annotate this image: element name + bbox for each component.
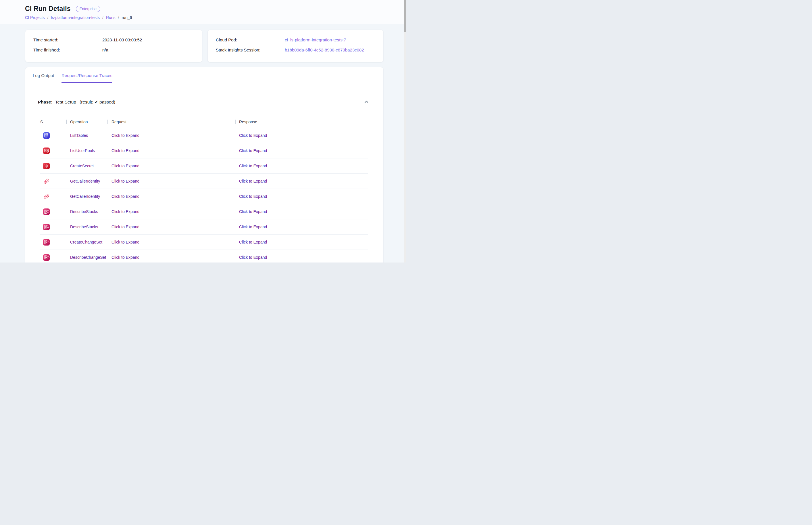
run-links-card: Cloud Pod: ci_ls-platform-integration-te… <box>207 30 384 62</box>
request-expand-link[interactable]: Click to Expand <box>111 209 139 214</box>
request-expand-link[interactable]: Click to Expand <box>111 148 139 153</box>
response-expand-link[interactable]: Click to Expand <box>239 133 267 138</box>
operation-link[interactable]: GetCallerIdentity <box>70 179 100 183</box>
operation-link[interactable]: ListTables <box>70 133 88 138</box>
page-header: CI Run Details Enterprise CI Projects / … <box>0 0 404 24</box>
service-cell <box>40 132 66 139</box>
request-expand-link[interactable]: Click to Expand <box>111 194 139 199</box>
breadcrumb-separator: / <box>118 15 119 20</box>
enterprise-badge: Enterprise <box>76 6 100 12</box>
breadcrumb-separator: / <box>47 15 48 20</box>
request-expand-link[interactable]: Click to Expand <box>111 255 139 260</box>
breadcrumb-runs[interactable]: Runs <box>106 15 115 20</box>
response-expand-link[interactable]: Click to Expand <box>239 164 267 168</box>
cloud-pod-link[interactable]: ci_ls-platform-integration-tests:7 <box>285 36 346 43</box>
breadcrumb: CI Projects / ls-platform-integration-te… <box>25 15 404 20</box>
operation-link[interactable]: CreateChangeSet <box>70 240 102 244</box>
response-expand-link[interactable]: Click to Expand <box>239 194 267 199</box>
response-expand-link[interactable]: Click to Expand <box>239 179 267 183</box>
table-row: GetCallerIdentity Click to Expand Click … <box>40 189 368 204</box>
dynamodb-icon <box>43 132 50 139</box>
time-started-row: Time started: 2023-11-03 03:03:52 <box>33 36 202 43</box>
traces-card: Log Output Request/Response Traces Phase… <box>25 67 384 262</box>
operation-link[interactable]: ListUserPools <box>70 148 95 153</box>
cloudformation-icon <box>43 254 50 261</box>
scrollbar-thumb[interactable] <box>404 0 406 32</box>
breadcrumb-separator: / <box>102 15 104 20</box>
trace-table-body: ListTables Click to Expand Click to Expa… <box>40 128 368 262</box>
service-cell <box>40 239 66 245</box>
phase-label: Phase: <box>38 100 52 105</box>
tab-request-response-traces[interactable]: Request/Response Traces <box>58 72 116 83</box>
cloudformation-icon <box>43 224 50 230</box>
tab-log-output[interactable]: Log Output <box>29 72 58 83</box>
sts-icon <box>43 178 50 184</box>
service-cell <box>40 254 66 261</box>
request-expand-link[interactable]: Click to Expand <box>111 164 139 168</box>
response-expand-link[interactable]: Click to Expand <box>239 209 267 214</box>
service-cell <box>40 208 66 215</box>
column-header-service: S... <box>40 120 66 124</box>
service-cell <box>40 178 66 184</box>
sts-icon <box>43 193 50 200</box>
operation-link[interactable]: CreateSecret <box>70 164 94 168</box>
response-expand-link[interactable]: Click to Expand <box>239 255 267 260</box>
service-cell <box>40 224 66 230</box>
operation-link[interactable]: DescribeStacks <box>70 209 98 214</box>
table-row: DescribeStacks Click to Expand Click to … <box>40 219 368 235</box>
stack-insights-label: Stack Insights Session: <box>216 47 285 54</box>
cloudformation-icon <box>43 239 50 245</box>
table-row: ListTables Click to Expand Click to Expa… <box>40 128 368 143</box>
cognito-idp-icon <box>43 148 50 154</box>
phase-header: Phase: Test Setup (result: ✔ passed) <box>38 99 370 105</box>
table-row: GetCallerIdentity Click to Expand Click … <box>40 174 368 189</box>
scrollbar-track <box>404 0 406 262</box>
breadcrumb-ci-projects[interactable]: CI Projects <box>25 15 45 20</box>
chevron-up-icon <box>364 100 369 104</box>
ci-run-details-page: CI Run Details Enterprise CI Projects / … <box>0 0 406 262</box>
time-finished-label: Time finished: <box>33 47 102 54</box>
stack-insights-row: Stack Insights Session: b1bb09da-6ff0-4c… <box>216 47 383 54</box>
trace-table: S... Operation Request Response ListTabl… <box>40 118 368 262</box>
operation-link[interactable]: GetCallerIdentity <box>70 194 100 199</box>
phase-result: (result: ✔ passed) <box>80 100 115 105</box>
response-expand-link[interactable]: Click to Expand <box>239 240 267 244</box>
service-cell <box>40 193 66 200</box>
operation-link[interactable]: DescribeChangeSet <box>70 255 106 260</box>
run-times-card: Time started: 2023-11-03 03:03:52 Time f… <box>25 30 202 62</box>
response-expand-link[interactable]: Click to Expand <box>239 148 267 153</box>
time-started-label: Time started: <box>33 36 102 43</box>
column-header-response: Response <box>235 120 367 124</box>
cloud-pod-label: Cloud Pod: <box>216 36 285 43</box>
request-expand-link[interactable]: Click to Expand <box>111 133 139 138</box>
table-row: DescribeStacks Click to Expand Click to … <box>40 204 368 219</box>
table-row: CreateSecret Click to Expand Click to Ex… <box>40 159 368 174</box>
column-header-operation: Operation <box>66 120 108 124</box>
operation-link[interactable]: DescribeStacks <box>70 225 98 229</box>
request-expand-link[interactable]: Click to Expand <box>111 240 139 244</box>
page-title: CI Run Details <box>25 5 71 13</box>
trace-table-header: S... Operation Request Response <box>40 118 368 126</box>
service-cell <box>40 163 66 169</box>
stack-insights-link[interactable]: b1bb09da-6ff0-4c52-8930-c870ba23c082 <box>285 47 364 54</box>
table-row: DescribeChangeSet Click to Expand Click … <box>40 250 368 262</box>
breadcrumb-current-run: run_6 <box>122 15 132 20</box>
time-started-value: 2023-11-03 03:03:52 <box>102 36 142 43</box>
phase-collapse-button[interactable] <box>363 99 370 105</box>
service-cell <box>40 148 66 154</box>
cloudformation-icon <box>43 208 50 215</box>
tabs: Log Output Request/Response Traces <box>25 67 383 83</box>
table-row: CreateChangeSet Click to Expand Click to… <box>40 235 368 250</box>
time-finished-row: Time finished: n/a <box>33 47 202 54</box>
secretsmanager-icon <box>43 163 50 169</box>
request-expand-link[interactable]: Click to Expand <box>111 225 139 229</box>
cloud-pod-row: Cloud Pod: ci_ls-platform-integration-te… <box>216 36 383 43</box>
column-header-request: Request <box>108 120 235 124</box>
phase-name: Test Setup <box>55 100 76 105</box>
response-expand-link[interactable]: Click to Expand <box>239 225 267 229</box>
breadcrumb-project[interactable]: ls-platform-integration-tests <box>51 15 100 20</box>
table-row: ListUserPools Click to Expand Click to E… <box>40 143 368 159</box>
request-expand-link[interactable]: Click to Expand <box>111 179 139 183</box>
time-finished-value: n/a <box>102 47 108 54</box>
